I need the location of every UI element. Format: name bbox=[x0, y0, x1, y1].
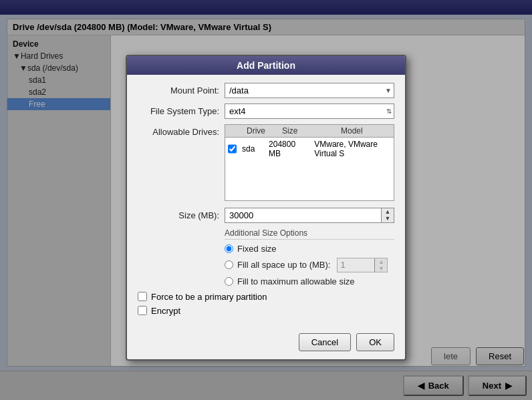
size-down-button[interactable]: ▼ bbox=[382, 215, 394, 222]
fill-down-button: ▼ bbox=[375, 265, 387, 272]
drives-table: Drive Size Model sda 204800 MB VMware, V… bbox=[225, 124, 394, 201]
allowable-drives-label: Allowable Drives: bbox=[138, 124, 225, 137]
fill-max-row: Fill to maximum allowable size bbox=[225, 276, 394, 286]
ok-button[interactable]: OK bbox=[356, 333, 394, 351]
fill-up-row: Fill all space up to (MB): ▲ ▼ bbox=[225, 258, 394, 272]
mount-point-label: Mount Point: bbox=[138, 85, 225, 95]
top-bar bbox=[0, 0, 532, 15]
size-row: Size (MB): ▲ ▼ bbox=[138, 208, 394, 223]
additional-size-label: Additional Size Options bbox=[225, 228, 394, 240]
table-row: sda 204800 MB VMware, VMware Virtual S bbox=[225, 138, 394, 160]
mount-point-wrapper: /data ▼ bbox=[225, 83, 394, 98]
encrypt-row: Encrypt bbox=[138, 306, 394, 316]
fs-type-wrapper: ext4 ⇅ bbox=[225, 104, 394, 119]
size-label: Size (MB): bbox=[138, 210, 225, 220]
dialog-body: Mount Point: /data ▼ File System Type: bbox=[127, 75, 405, 328]
mount-point-select[interactable]: /data bbox=[225, 83, 394, 98]
add-partition-dialog: Add Partition Mount Point: /data ▼ bbox=[126, 55, 406, 361]
mount-point-control: /data ▼ bbox=[225, 83, 394, 98]
drive-size: 204800 MB bbox=[269, 140, 309, 158]
size-input[interactable] bbox=[225, 208, 381, 222]
fill-up-radio[interactable] bbox=[225, 260, 233, 269]
fs-type-label: File System Type: bbox=[138, 106, 225, 116]
dialog-buttons: Cancel OK bbox=[127, 328, 405, 359]
fixed-size-radio[interactable] bbox=[225, 244, 233, 253]
fixed-size-row: Fixed size bbox=[225, 244, 394, 254]
encrypt-checkbox[interactable] bbox=[138, 306, 147, 315]
fixed-size-label: Fixed size bbox=[237, 244, 277, 254]
fs-type-control: ext4 ⇅ bbox=[225, 104, 394, 119]
col-model-header: Model bbox=[341, 126, 363, 136]
size-control: ▲ ▼ bbox=[225, 208, 394, 223]
col-size-header: Size bbox=[282, 126, 336, 136]
force-primary-checkbox[interactable] bbox=[138, 292, 147, 301]
main-background: Drive /dev/sda (204800 MB) (Model: VMwar… bbox=[0, 15, 532, 400]
fill-max-radio[interactable] bbox=[225, 277, 233, 286]
size-spinner: ▲ ▼ bbox=[381, 208, 394, 222]
additional-size-section: Additional Size Options Fixed size Fill … bbox=[225, 228, 394, 286]
col-drive-header: Drive bbox=[247, 126, 277, 136]
encrypt-label: Encrypt bbox=[151, 306, 180, 316]
drive-model: VMware, VMware Virtual S bbox=[314, 140, 391, 158]
mount-point-row: Mount Point: /data ▼ bbox=[138, 83, 394, 98]
fill-up-label: Fill all space up to (MB): bbox=[237, 260, 330, 270]
fill-up-button: ▲ bbox=[375, 258, 387, 265]
fs-type-select[interactable]: ext4 bbox=[225, 104, 394, 119]
cancel-button[interactable]: Cancel bbox=[299, 333, 351, 351]
force-primary-label: Force to be a primary partition bbox=[151, 292, 267, 302]
force-primary-row: Force to be a primary partition bbox=[138, 292, 394, 302]
drive-name: sda bbox=[242, 144, 263, 154]
size-up-button[interactable]: ▲ bbox=[382, 208, 394, 216]
col-check bbox=[228, 126, 241, 136]
drive-checkbox[interactable] bbox=[228, 144, 237, 154]
fs-type-row: File System Type: ext4 ⇅ bbox=[138, 104, 394, 119]
dialog-overlay: Add Partition Mount Point: /data ▼ bbox=[0, 15, 532, 400]
allowable-drives-section: Allowable Drives: Drive Size Model bbox=[138, 124, 394, 201]
fill-spinner: ▲ ▼ bbox=[374, 258, 387, 272]
fill-max-label: Fill to maximum allowable size bbox=[237, 276, 355, 286]
drives-table-empty bbox=[225, 160, 394, 200]
drives-table-container: Drive Size Model sda 204800 MB VMware, V… bbox=[225, 124, 394, 201]
size-input-wrapper: ▲ ▼ bbox=[225, 208, 394, 223]
fill-input-wrapper: ▲ ▼ bbox=[337, 258, 388, 272]
drives-table-header: Drive Size Model bbox=[225, 125, 394, 138]
dialog-title: Add Partition bbox=[127, 56, 405, 75]
fill-up-input bbox=[338, 258, 374, 272]
